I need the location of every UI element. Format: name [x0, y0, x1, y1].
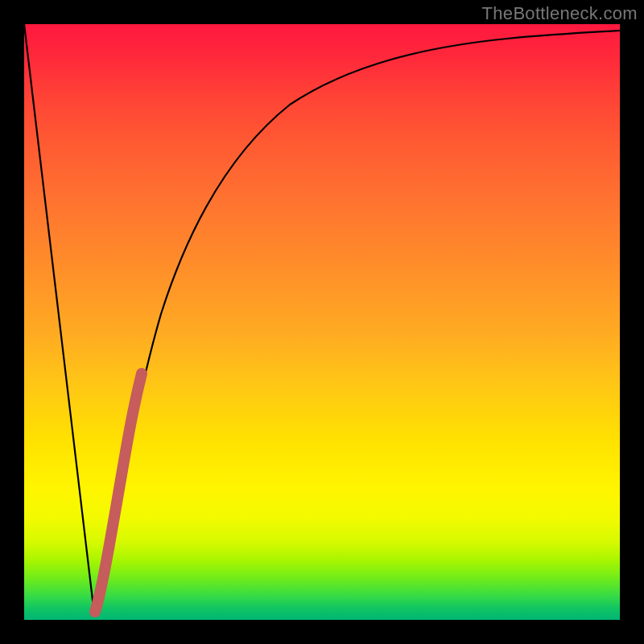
chart-frame: TheBottleneck.com: [0, 0, 644, 644]
curve-descending: [24, 24, 94, 613]
highlight-segment: [95, 374, 142, 612]
curve-ascending: [94, 31, 620, 613]
plot-area: [24, 24, 620, 620]
watermark-text: TheBottleneck.com: [482, 3, 638, 24]
curve-svg: [24, 24, 620, 620]
